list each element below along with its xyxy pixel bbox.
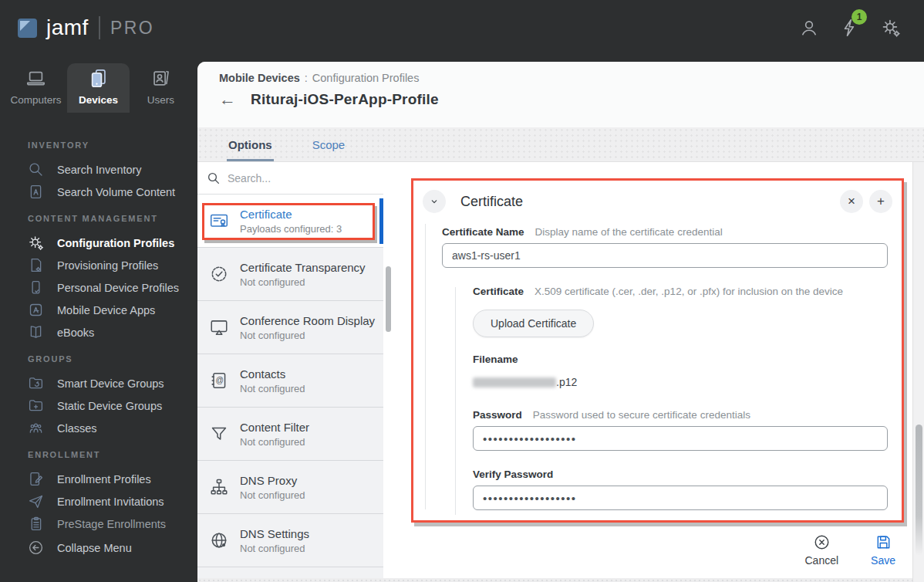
sidebar-item-label: Search Volume Content bbox=[57, 186, 175, 198]
volume-content-icon bbox=[28, 184, 44, 200]
tab-scope[interactable]: Scope bbox=[312, 127, 346, 161]
payload-item-dns-proxy[interactable]: DNS Proxy Not configured bbox=[197, 461, 383, 514]
certificate-name-input[interactable] bbox=[442, 243, 888, 268]
upload-certificate-button[interactable]: Upload Certificate bbox=[473, 310, 594, 337]
sidebar-item-personal-device-profiles[interactable]: Personal Device Profiles bbox=[0, 276, 197, 299]
password-label: Password bbox=[473, 409, 522, 421]
sidebar-item-label: Provisioning Profiles bbox=[57, 259, 158, 272]
tab-computers[interactable]: Computers bbox=[5, 63, 67, 113]
add-payload-button[interactable]: + bbox=[869, 190, 892, 213]
payload-search[interactable] bbox=[197, 162, 383, 195]
payload-search-input[interactable] bbox=[228, 172, 374, 184]
payload-subtitle: Not configured bbox=[240, 276, 366, 288]
sidebar-item-smart-device-groups[interactable]: Smart Device Groups bbox=[0, 372, 197, 394]
page-title: Rituraj-iOS-PerApp-Profile bbox=[251, 91, 439, 108]
bottom-pattern-strip bbox=[197, 578, 912, 582]
sidebar-item-prestage-enrollments[interactable]: PreStage Enrollments bbox=[0, 513, 197, 535]
sidebar-item-label: Search Inventory bbox=[57, 164, 142, 176]
cancel-button[interactable]: Cancel bbox=[804, 533, 838, 567]
filename-value: .p12 bbox=[473, 376, 888, 388]
display-icon bbox=[209, 317, 229, 337]
search-icon bbox=[28, 161, 44, 178]
payload-item-certificate[interactable]: Certificate Payloads configured: 3 bbox=[197, 195, 383, 248]
back-arrow-icon[interactable]: ← bbox=[219, 91, 236, 108]
certificate-file-help: X.509 certificate (.cer, .der, .p12, or … bbox=[535, 286, 843, 297]
payload-item-dns-settings[interactable]: DNS Settings Not configured bbox=[197, 514, 383, 567]
payload-subtitle: Not configured bbox=[240, 383, 305, 394]
payload-panel-title: Certificate bbox=[460, 194, 523, 210]
payload-item-conference-room-display[interactable]: Conference Room Display Not configured bbox=[197, 301, 383, 354]
notifications-icon[interactable]: 1 bbox=[840, 18, 860, 38]
sidebar-item-label: Static Device Groups bbox=[57, 400, 162, 412]
globe-icon bbox=[209, 530, 229, 550]
sidebar-item-enrollment-invitations[interactable]: Enrollment Invitations bbox=[0, 490, 197, 513]
tab-label: Computers bbox=[10, 94, 61, 106]
sidebar-item-label: Mobile Device Apps bbox=[57, 304, 155, 316]
sidebar-item-label: Classes bbox=[57, 422, 97, 435]
certificate-name-label: Certificate Name bbox=[442, 226, 524, 238]
settings-gear-icon[interactable] bbox=[881, 18, 901, 38]
payload-subtitle: Payloads configured: 3 bbox=[240, 223, 342, 235]
seal-check-icon bbox=[209, 264, 229, 284]
laptop-icon bbox=[25, 68, 46, 89]
payload-list: Certificate Payloads configured: 3 Certi… bbox=[197, 162, 383, 582]
tablet-pencil-icon bbox=[28, 471, 44, 487]
brand-name: jamf bbox=[46, 15, 89, 40]
sidebar-item-label: Enrollment Profiles bbox=[57, 473, 151, 486]
payload-title: Certificate bbox=[240, 208, 342, 221]
remove-payload-button[interactable]: × bbox=[840, 190, 863, 213]
paper-plane-icon bbox=[28, 493, 44, 509]
collapse-menu-button[interactable]: Collapse Menu bbox=[0, 536, 197, 559]
certificate-file-label: Certificate bbox=[473, 286, 524, 297]
users-badge-icon bbox=[150, 68, 171, 89]
jamf-pro-logo: jamf PRO bbox=[17, 15, 154, 40]
sidebar-item-mobile-device-apps[interactable]: Mobile Device Apps bbox=[0, 299, 197, 321]
verify-password-input[interactable] bbox=[473, 486, 888, 510]
password-input[interactable] bbox=[473, 426, 888, 451]
collapse-payload-button[interactable] bbox=[423, 190, 446, 213]
sidebar-item-ebooks[interactable]: eBooks bbox=[0, 321, 197, 343]
folder-sync-icon bbox=[28, 375, 44, 391]
payload-title: Certificate Transparency bbox=[240, 261, 366, 274]
section-header-enrollment: ENROLLMENT bbox=[0, 448, 197, 461]
breadcrumb-separator: : bbox=[305, 72, 308, 84]
payload-item-content-filter[interactable]: Content Filter Not configured bbox=[197, 408, 383, 461]
indent-guide bbox=[455, 287, 456, 515]
collapse-menu-label: Collapse Menu bbox=[57, 542, 132, 554]
tab-options[interactable]: Options bbox=[228, 127, 272, 161]
payload-item-certificate-transparency[interactable]: Certificate Transparency Not configured bbox=[197, 248, 383, 301]
password-help: Password used to secure certificate cred… bbox=[533, 409, 750, 421]
annotation-box: Certificate × + Certificate Name Display… bbox=[411, 178, 904, 523]
sidebar-item-label: PreStage Enrollments bbox=[57, 518, 166, 530]
search-icon bbox=[207, 171, 221, 185]
open-book-icon bbox=[28, 324, 44, 340]
sidebar-item-label: Configuration Profiles bbox=[57, 237, 174, 249]
tab-devices[interactable]: Devices bbox=[67, 63, 130, 113]
brand-divider bbox=[99, 16, 100, 39]
sidebar-item-classes[interactable]: Classes bbox=[0, 417, 197, 439]
save-button[interactable]: Save bbox=[871, 533, 895, 567]
payload-title: Conference Room Display bbox=[240, 314, 375, 327]
sidebar-item-provisioning-profiles[interactable]: Provisioning Profiles bbox=[0, 254, 197, 276]
sidebar-item-configuration-profiles[interactable]: Configuration Profiles bbox=[0, 232, 197, 254]
gears-icon bbox=[28, 235, 44, 251]
sidebar-item-label: Smart Device Groups bbox=[57, 377, 164, 390]
sidebar-item-search-volume-content[interactable]: Search Volume Content bbox=[0, 181, 197, 203]
sidebar-item-search-inventory[interactable]: Search Inventory bbox=[0, 158, 197, 181]
app-store-icon bbox=[28, 302, 44, 318]
sidebar: INVENTORY Search Inventory Search Volume… bbox=[0, 113, 197, 582]
payload-list-scrollbar[interactable] bbox=[383, 162, 393, 582]
scrollbar-thumb[interactable] bbox=[916, 425, 922, 556]
floppy-save-icon bbox=[875, 533, 892, 551]
sidebar-item-static-device-groups[interactable]: Static Device Groups bbox=[0, 394, 197, 417]
scrollbar-thumb[interactable] bbox=[386, 266, 391, 332]
sidebar-item-enrollment-profiles[interactable]: Enrollment Profiles bbox=[0, 468, 197, 490]
page-scrollbar[interactable] bbox=[912, 162, 924, 582]
payload-title: DNS Proxy bbox=[240, 474, 305, 487]
payload-item-contacts[interactable]: Contacts Not configured bbox=[197, 354, 383, 408]
certificate-icon bbox=[209, 211, 229, 231]
tab-users[interactable]: Users bbox=[130, 63, 192, 113]
account-icon[interactable] bbox=[799, 18, 819, 38]
jamf-logo-icon bbox=[17, 18, 38, 39]
contacts-book-icon bbox=[209, 371, 229, 391]
